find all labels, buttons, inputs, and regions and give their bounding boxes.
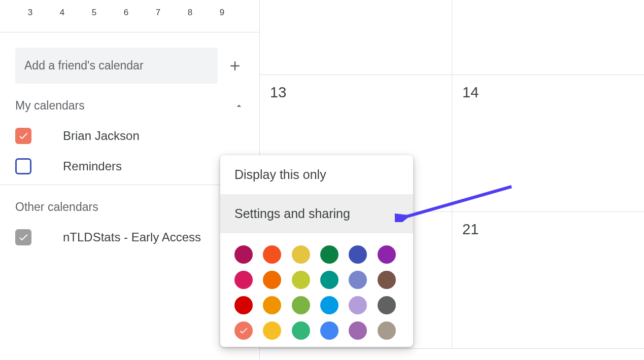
color-swatch[interactable]	[234, 245, 253, 264]
color-swatch[interactable]	[349, 321, 367, 340]
color-swatch[interactable]	[234, 321, 253, 340]
mini-day[interactable]: 7	[142, 8, 174, 18]
calendar-item-ntldstats[interactable]: nTLDStats - Early Access	[15, 222, 244, 253]
color-swatch[interactable]	[320, 321, 338, 340]
calendar-checkbox[interactable]	[15, 158, 31, 174]
mini-calendar-row: 3 4 5 6 7 8 9	[0, 1, 259, 32]
color-swatch[interactable]	[292, 245, 310, 264]
add-friend-input[interactable]	[15, 48, 218, 84]
color-swatch[interactable]	[378, 271, 396, 289]
calendar-checkbox[interactable]	[15, 128, 31, 144]
color-picker	[220, 233, 413, 343]
section-title: Other calendars	[15, 200, 98, 214]
color-swatch[interactable]	[349, 271, 367, 289]
color-swatch[interactable]	[263, 245, 281, 264]
color-swatch[interactable]	[234, 271, 253, 289]
calendar-item-brian[interactable]: Brian Jackson	[15, 121, 244, 151]
display-only-option[interactable]: Display this only	[220, 155, 413, 194]
mini-day[interactable]: 8	[174, 8, 206, 18]
calendar-checkbox[interactable]	[15, 229, 31, 245]
my-calendars-header[interactable]: My calendars	[0, 84, 259, 118]
grid-row	[260, 0, 644, 75]
mini-day[interactable]: 5	[78, 8, 110, 18]
color-swatch[interactable]	[349, 296, 367, 314]
add-friend-row	[0, 32, 259, 84]
calendar-label: Brian Jackson	[47, 129, 140, 143]
mini-day[interactable]: 4	[46, 8, 78, 18]
color-swatch[interactable]	[263, 271, 281, 289]
calendar-label: nTLDStats - Early Access	[47, 230, 201, 244]
color-swatch[interactable]	[234, 296, 253, 314]
color-swatch[interactable]	[263, 321, 281, 340]
grid-cell[interactable]	[260, 0, 452, 75]
mini-day[interactable]: 3	[14, 8, 46, 18]
color-swatch[interactable]	[378, 321, 396, 340]
mini-day[interactable]: 6	[110, 8, 142, 18]
color-swatch[interactable]	[320, 245, 338, 264]
calendar-label: Reminders	[47, 159, 122, 173]
mini-day[interactable]: 9	[206, 8, 238, 18]
grid-cell-14[interactable]: 14	[452, 75, 644, 211]
color-swatch[interactable]	[320, 296, 338, 314]
calendar-item-reminders[interactable]: Reminders	[15, 151, 244, 182]
calendar-options-popup: Display this only Settings and sharing	[220, 155, 413, 347]
color-swatch[interactable]	[378, 296, 396, 314]
color-swatch[interactable]	[263, 296, 281, 314]
grid-cell[interactable]	[452, 0, 644, 75]
color-swatch[interactable]	[320, 271, 338, 289]
grid-cell-21[interactable]: 21	[452, 212, 644, 348]
color-swatch[interactable]	[292, 321, 310, 340]
color-swatch[interactable]	[349, 245, 367, 264]
settings-sharing-option[interactable]: Settings and sharing	[220, 194, 413, 233]
color-swatch[interactable]	[378, 245, 396, 264]
color-swatch[interactable]	[292, 271, 310, 289]
section-title: My calendars	[15, 99, 85, 113]
chevron-up-icon[interactable]	[234, 101, 244, 111]
plus-icon[interactable]	[226, 57, 244, 75]
color-swatch[interactable]	[292, 296, 310, 314]
